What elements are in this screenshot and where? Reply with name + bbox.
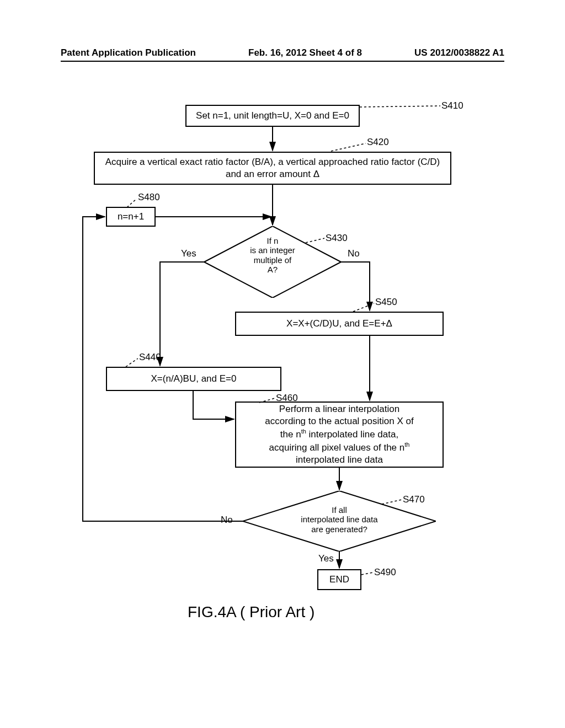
label-s470: S470 — [403, 494, 425, 505]
s460-l3: the nth interpolated line data, — [280, 427, 398, 441]
box-s480: n=n+1 — [106, 207, 156, 227]
label-s480: S480 — [138, 192, 160, 203]
box-s420: Acquire a vertical exact ratio factor (B… — [94, 152, 451, 185]
box-s480-text: n=n+1 — [118, 211, 144, 223]
figure-caption: FIG.4A ( Prior Art ) — [188, 603, 315, 621]
box-s450: X=X+(C/D)U, and E=E+Δ — [235, 312, 444, 336]
s470-l2: interpolated line data — [243, 515, 436, 524]
svg-line-7 — [127, 199, 137, 207]
header-right: US 2012/0038822 A1 — [414, 47, 504, 58]
s430-l3: multiple of — [204, 255, 341, 265]
end-text: END — [329, 574, 349, 586]
box-end: END — [317, 569, 361, 590]
box-s410-text: Set n=1, unit length=U, X=0 and E=0 — [196, 110, 349, 122]
label-s490: S490 — [374, 567, 396, 578]
s460-l1: Perform a linear interpolation — [279, 403, 399, 415]
box-s420-text: Acquire a vertical exact ratio factor (B… — [100, 156, 445, 180]
s430-l2: is an integer — [204, 245, 341, 255]
svg-line-4 — [331, 143, 366, 151]
svg-line-2 — [360, 106, 440, 107]
label-s410: S410 — [441, 100, 463, 111]
box-s440: X=(n/A)BU, and E=0 — [106, 367, 281, 391]
s470-l3: are generated? — [243, 524, 436, 534]
svg-line-16 — [361, 572, 373, 575]
s430-yes: Yes — [181, 248, 196, 259]
diamond-s430: If n is an integer multiple of A? — [204, 226, 341, 298]
svg-line-11 — [126, 358, 138, 367]
label-s420: S420 — [367, 137, 389, 148]
svg-line-9 — [353, 303, 374, 312]
header-left: Patent Application Publication — [61, 47, 196, 58]
s460-l5: interpolated line data — [296, 454, 383, 466]
label-s440: S440 — [139, 352, 161, 363]
header-rule — [61, 61, 504, 62]
box-s440-text: X=(n/A)BU, and E=0 — [151, 373, 237, 385]
s430-l4: A? — [204, 265, 341, 274]
label-s450: S450 — [375, 297, 397, 308]
label-s430: S430 — [326, 233, 348, 244]
s430-l1: If n — [204, 236, 341, 245]
header-center: Feb. 16, 2012 Sheet 4 of 8 — [248, 47, 362, 58]
page-header: Patent Application Publication Feb. 16, … — [0, 47, 565, 58]
label-s460: S460 — [276, 393, 298, 404]
flowchart: Set n=1, unit length=U, X=0 and E=0 S410… — [61, 94, 504, 645]
s460-l4: acquiring all pixel values of the nth — [269, 441, 410, 454]
s470-yes: Yes — [318, 553, 334, 564]
s460-l2: according to the actual position X of — [265, 415, 413, 427]
box-s410: Set n=1, unit length=U, X=0 and E=0 — [185, 105, 360, 127]
box-s460: Perform a linear interpolation according… — [235, 402, 444, 468]
s470-no: No — [221, 515, 233, 526]
s470-l1: If all — [243, 505, 436, 515]
s430-no: No — [348, 248, 360, 259]
box-s450-text: X=X+(C/D)U, and E=E+Δ — [286, 318, 392, 330]
